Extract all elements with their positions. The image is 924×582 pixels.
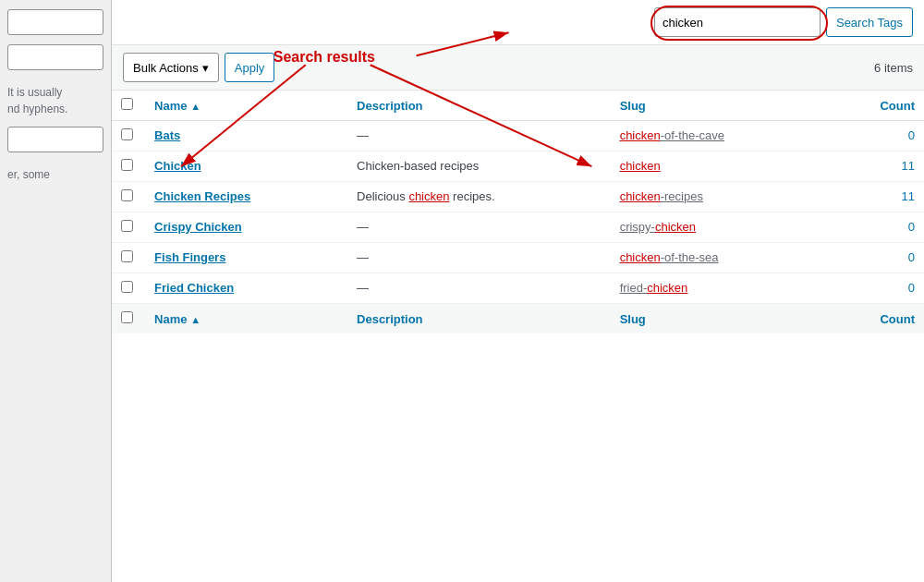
slug-link[interactable]: chicken-recipes xyxy=(620,189,703,203)
footer-select-all-checkbox[interactable] xyxy=(121,311,133,323)
name-link[interactable]: Bats xyxy=(154,128,180,142)
row-name-cell: Fish Fingers xyxy=(145,243,347,273)
row-slug-cell: chicken xyxy=(611,152,844,182)
row-checkbox-cell xyxy=(112,243,145,273)
name-link[interactable]: Fried Chicken xyxy=(154,281,234,295)
slug-link[interactable]: chicken xyxy=(620,159,661,173)
table-header-row: Name ▲ Description Slug Count xyxy=(112,91,924,121)
chevron-down-icon: ▾ xyxy=(202,61,209,75)
page-wrapper: It is usually nd hyphens. er, some Searc… xyxy=(0,0,924,582)
footer-sort-arrow-icon: ▲ xyxy=(190,314,201,325)
row-desc-cell: Delicious chicken recipes. xyxy=(347,182,611,212)
sidebar-note-1: It is usually nd hyphens. xyxy=(7,84,103,117)
row-checkbox[interactable] xyxy=(121,159,133,171)
row-checkbox-cell xyxy=(112,212,145,243)
slug-link[interactable]: crispy-chicken xyxy=(620,220,696,234)
search-input-wrapper xyxy=(654,7,821,37)
header-count[interactable]: Count xyxy=(843,91,924,121)
header-name[interactable]: Name ▲ xyxy=(145,91,347,121)
slug-link[interactable]: fried-chicken xyxy=(620,281,688,295)
sidebar-input-1[interactable] xyxy=(7,9,103,35)
row-name-cell: Crispy Chicken xyxy=(145,212,347,243)
row-count-cell: 11 xyxy=(843,152,924,182)
slug-highlight: chicken xyxy=(647,281,687,295)
row-name-cell: Chicken Recipes xyxy=(145,182,347,212)
row-name-cell: Bats xyxy=(145,121,347,152)
footer-checkbox-cell xyxy=(112,304,145,334)
row-checkbox-cell xyxy=(112,273,145,304)
row-checkbox-cell xyxy=(112,182,145,212)
row-desc-cell: — xyxy=(347,121,611,152)
sidebar: It is usually nd hyphens. er, some xyxy=(0,0,111,582)
row-count-cell: 11 xyxy=(843,182,924,212)
row-desc-cell: — xyxy=(347,212,611,243)
slug-highlight: chicken xyxy=(620,159,661,173)
row-checkbox-cell xyxy=(112,152,145,182)
select-all-checkbox[interactable] xyxy=(121,98,133,110)
toolbar: Bulk Actions ▾ Apply 6 items xyxy=(112,45,924,91)
row-desc-cell: Chicken-based recipes xyxy=(347,152,611,182)
name-link[interactable]: Fish Fingers xyxy=(154,250,225,264)
row-name-cell: Fried Chicken xyxy=(145,273,347,304)
header-checkbox-cell xyxy=(112,91,145,121)
desc-highlight: chicken xyxy=(408,189,449,203)
sidebar-input-3[interactable] xyxy=(7,127,103,152)
search-input[interactable] xyxy=(654,7,821,37)
row-count-cell: 0 xyxy=(843,273,924,304)
items-count: 6 items xyxy=(874,61,913,75)
row-slug-cell: chicken-of-the-sea xyxy=(611,243,844,273)
slug-link[interactable]: chicken-of-the-sea xyxy=(620,250,719,264)
scroll-area[interactable]: Name ▲ Description Slug Count xyxy=(112,91,924,582)
row-checkbox[interactable] xyxy=(121,128,133,140)
bulk-actions-button[interactable]: Bulk Actions ▾ xyxy=(123,53,219,82)
table-row: Fried Chicken — fried-chicken 0 xyxy=(112,273,924,304)
footer-slug[interactable]: Slug xyxy=(611,304,844,334)
tags-table: Name ▲ Description Slug Count xyxy=(112,91,924,333)
table-row: Bats — chicken-of-the-cave 0 xyxy=(112,121,924,152)
header-description: Description xyxy=(347,91,611,121)
main-content: Search results Search Tags xyxy=(111,0,924,582)
search-tags-button[interactable]: Search Tags xyxy=(826,7,913,37)
row-slug-cell: fried-chicken xyxy=(611,273,844,304)
row-desc-cell: — xyxy=(347,273,611,304)
table-footer-row: Name ▲ Description Slug Count xyxy=(112,304,924,334)
row-checkbox[interactable] xyxy=(121,281,133,293)
slug-highlight: chicken xyxy=(655,220,696,234)
footer-description: Description xyxy=(347,304,611,334)
row-count-cell: 0 xyxy=(843,243,924,273)
name-link[interactable]: Crispy Chicken xyxy=(154,220,242,234)
header-slug[interactable]: Slug xyxy=(611,91,844,121)
sidebar-note-2: er, some xyxy=(7,166,103,183)
sidebar-input-2[interactable] xyxy=(7,44,103,70)
footer-name[interactable]: Name ▲ xyxy=(145,304,347,334)
row-checkbox[interactable] xyxy=(121,220,133,232)
row-checkbox[interactable] xyxy=(121,189,133,201)
footer-count[interactable]: Count xyxy=(843,304,924,334)
slug-link[interactable]: chicken-of-the-cave xyxy=(620,128,724,142)
row-name-cell: Chicken xyxy=(145,152,347,182)
row-slug-cell: chicken-recipes xyxy=(611,182,844,212)
row-slug-cell: chicken-of-the-cave xyxy=(611,121,844,152)
slug-highlight: chicken xyxy=(620,128,661,142)
row-checkbox-cell xyxy=(112,121,145,152)
table-row: Chicken Recipes Delicious chicken recipe… xyxy=(112,182,924,212)
table-row: Chicken Chicken-based recipes chicken 11 xyxy=(112,152,924,182)
name-link[interactable]: Chicken Recipes xyxy=(154,189,250,203)
row-count-cell: 0 xyxy=(843,212,924,243)
bulk-actions-label: Bulk Actions xyxy=(133,61,199,75)
name-link[interactable]: Chicken xyxy=(154,159,201,173)
row-slug-cell: crispy-chicken xyxy=(611,212,844,243)
apply-button[interactable]: Apply xyxy=(225,53,275,82)
slug-highlight: chicken xyxy=(620,189,661,203)
row-desc-cell: — xyxy=(347,243,611,273)
slug-highlight: chicken xyxy=(620,250,661,264)
top-bar: Search Tags xyxy=(112,0,924,45)
row-count-cell: 0 xyxy=(843,121,924,152)
table-row: Crispy Chicken — crispy-chicken 0 xyxy=(112,212,924,243)
toolbar-left: Bulk Actions ▾ Apply xyxy=(123,53,274,82)
row-checkbox[interactable] xyxy=(121,250,133,262)
table-row: Fish Fingers — chicken-of-the-sea 0 xyxy=(112,243,924,273)
sort-arrow-icon: ▲ xyxy=(190,101,201,112)
